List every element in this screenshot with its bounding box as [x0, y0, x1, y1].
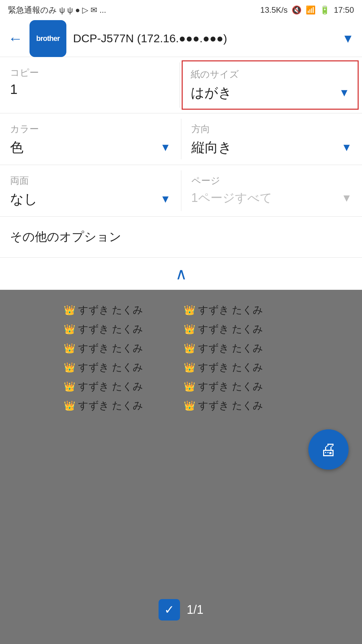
- printer-dropdown-arrow[interactable]: ▼: [342, 32, 354, 46]
- crown-icon: 👑: [184, 324, 195, 335]
- list-item: 👑 すずき たくみ: [64, 341, 178, 355]
- page-label: ページ: [191, 174, 352, 187]
- paper-size-label: 紙のサイズ: [191, 68, 350, 81]
- crown-icon: 👑: [64, 381, 75, 392]
- list-item: 👑 すずき たくみ: [64, 322, 178, 336]
- crown-icon: 👑: [184, 362, 195, 373]
- copy-cell: コピー 1: [0, 57, 179, 113]
- crown-icon: 👑: [64, 362, 75, 373]
- status-left: 緊急通報のみ ψ ψ ● ▷ ✉ ...: [8, 5, 106, 15]
- list-item: 👑 すずき たくみ: [184, 322, 298, 336]
- list-item: 👑 すずき たくみ: [64, 380, 178, 393]
- back-button[interactable]: ←: [8, 30, 23, 47]
- direction-value: 縦向き ▼: [191, 138, 352, 157]
- copy-value: 1: [10, 82, 169, 97]
- paper-size-cell[interactable]: 紙のサイズ はがき ▼: [182, 60, 359, 110]
- list-item: 👑 すずき たくみ: [184, 361, 298, 374]
- status-right: 13.5K/s 🔇 📶 🔋 17:50: [260, 5, 354, 15]
- list-item: 👑 すずき たくみ: [64, 361, 178, 374]
- battery-icon: 🔋: [320, 5, 330, 15]
- status-text-left: 緊急通報のみ ψ ψ ● ▷ ✉ ...: [8, 5, 106, 15]
- crown-icon: 👑: [64, 324, 75, 335]
- clock: 17:50: [334, 5, 354, 15]
- paper-size-dropdown-arrow[interactable]: ▼: [339, 87, 350, 99]
- page-dropdown-arrow: ▼: [341, 192, 352, 204]
- app-header: ← brother DCP-J577N (172.16.●●●.●●●) ▼: [0, 20, 362, 57]
- crown-icon: 👑: [184, 381, 195, 392]
- list-item: 👑 すずき たくみ: [184, 303, 298, 317]
- brother-logo: brother: [29, 20, 66, 57]
- mute-icon: 🔇: [292, 5, 302, 15]
- chevron-up-row: ∧: [0, 258, 362, 290]
- duplex-cell[interactable]: 両面 なし ▼: [0, 165, 181, 216]
- brother-logo-text: brother: [36, 34, 60, 43]
- page-indicator-row: ✓ 1/1: [159, 589, 203, 631]
- options-row-3: 両面 なし ▼ ページ 1ページすべて ▼: [0, 165, 362, 217]
- list-item: 👑 すずき たくみ: [184, 380, 298, 393]
- crown-icon: 👑: [64, 400, 75, 411]
- preview-grid: 👑 すずき たくみ 👑 すずき たくみ 👑 すずき たくみ 👑 すずき たくみ …: [64, 303, 298, 413]
- direction-label: 方向: [191, 123, 352, 136]
- direction-dropdown-arrow[interactable]: ▼: [341, 141, 352, 154]
- divider-v-1: [179, 62, 180, 108]
- options-panel: コピー 1 紙のサイズ はがき ▼ カラー 色 ▼: [0, 57, 362, 290]
- duplex-dropdown-arrow[interactable]: ▼: [160, 193, 171, 205]
- other-options-label: その他のオプション: [10, 230, 121, 244]
- duplex-value: なし ▼: [10, 190, 171, 208]
- crown-icon: 👑: [64, 343, 75, 354]
- list-item: 👑 すずき たくみ: [64, 303, 178, 317]
- crown-icon: 👑: [184, 400, 195, 411]
- print-icon: 🖨: [320, 440, 337, 459]
- list-item: 👑 すずき たくみ: [64, 399, 178, 413]
- print-fab[interactable]: 🖨: [308, 429, 349, 470]
- main-content: ← brother DCP-J577N (172.16.●●●.●●●) ▼ コ…: [0, 20, 362, 644]
- color-cell[interactable]: カラー 色 ▼: [0, 113, 181, 165]
- color-label: カラー: [10, 123, 171, 136]
- color-value: 色 ▼: [10, 138, 171, 157]
- page-value: 1ページすべて ▼: [191, 190, 352, 206]
- options-row-1: コピー 1 紙のサイズ はがき ▼: [0, 57, 362, 113]
- page-number: 1/1: [187, 603, 203, 617]
- crown-icon: 👑: [184, 305, 195, 316]
- crown-icon: 👑: [64, 305, 75, 316]
- list-item: 👑 すずき たくみ: [184, 341, 298, 355]
- network-speed: 13.5K/s: [260, 5, 288, 15]
- wifi-icon: 📶: [306, 5, 316, 15]
- status-bar: 緊急通報のみ ψ ψ ● ▷ ✉ ... 13.5K/s 🔇 📶 🔋 17:50: [0, 0, 362, 20]
- color-dropdown-arrow[interactable]: ▼: [160, 141, 171, 154]
- printer-name: DCP-J577N (172.16.●●●.●●●): [73, 32, 335, 45]
- paper-size-value: はがき ▼: [191, 84, 350, 102]
- crown-icon: 👑: [184, 343, 195, 354]
- chevron-up-icon[interactable]: ∧: [175, 264, 187, 283]
- page-check-button[interactable]: ✓: [159, 599, 180, 621]
- preview-area: 👑 すずき たくみ 👑 すずき たくみ 👑 すずき たくみ 👑 すずき たくみ …: [0, 290, 362, 644]
- copy-label: コピー: [10, 66, 169, 79]
- other-options[interactable]: その他のオプション: [0, 217, 362, 258]
- checkmark-icon: ✓: [164, 603, 174, 617]
- duplex-label: 両面: [10, 174, 171, 187]
- options-row-2: カラー 色 ▼ 方向 縦向き ▼: [0, 113, 362, 165]
- list-item: 👑 すずき たくみ: [184, 399, 298, 413]
- page-cell: ページ 1ページすべて ▼: [181, 165, 362, 216]
- direction-cell[interactable]: 方向 縦向き ▼: [181, 113, 362, 165]
